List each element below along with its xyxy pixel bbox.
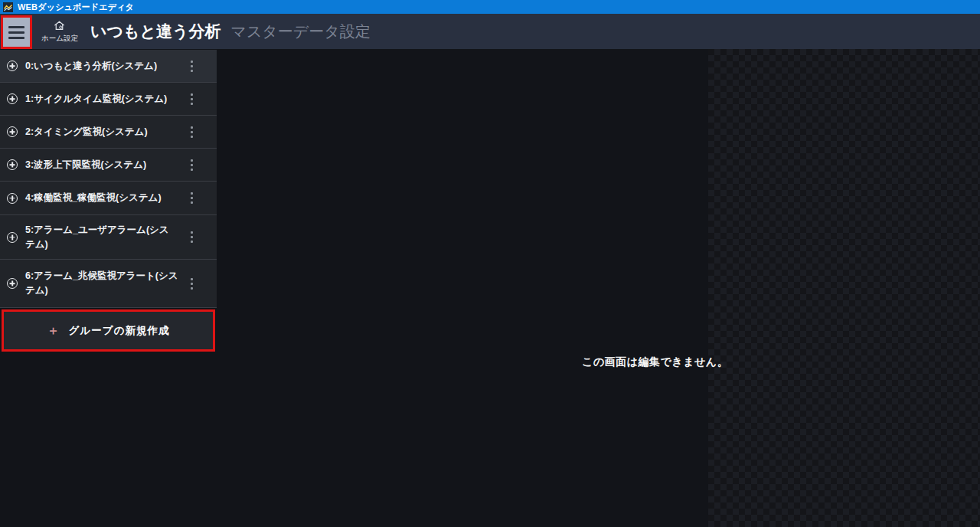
more-menu-icon[interactable] xyxy=(189,123,194,141)
expand-icon[interactable] xyxy=(7,193,18,204)
more-menu-icon[interactable] xyxy=(189,228,194,246)
os-titlebar: WEBダッシュボードエディタ xyxy=(0,0,980,14)
expand-icon[interactable] xyxy=(7,232,18,243)
red-annotation-hamburger xyxy=(1,15,32,49)
group-label: 2:タイミング監視(システム) xyxy=(25,125,178,139)
expand-icon[interactable] xyxy=(7,126,18,137)
page-subtitle: マスターデータ設定 xyxy=(230,21,370,42)
dashboard-canvas: この画面は編集できません。 xyxy=(217,49,980,527)
group-sidebar: 0:いつもと違う分析(システム) 1:サイクルタイム監視(システム) 2:タイミ… xyxy=(0,49,217,527)
checkerboard-background xyxy=(708,49,980,527)
create-group-button[interactable]: ＋ グループの新規作成 xyxy=(2,309,215,352)
content-area: 0:いつもと違う分析(システム) 1:サイクルタイム監視(システム) 2:タイミ… xyxy=(0,49,980,527)
plus-icon: ＋ xyxy=(47,325,60,337)
more-menu-icon[interactable] xyxy=(189,156,194,174)
group-row-6[interactable]: 6:アラーム_兆候監視アラート(システム) xyxy=(0,260,217,308)
readonly-message: この画面は編集できません。 xyxy=(582,355,728,369)
home-settings-label: ホーム設定 xyxy=(41,34,78,44)
group-label: 5:アラーム_ユーザアラーム(システム) xyxy=(25,223,178,252)
group-row-4[interactable]: 4:稼働監視_稼働監視(システム) xyxy=(0,182,217,215)
group-row-2[interactable]: 2:タイミング監視(システム) xyxy=(0,116,217,149)
more-menu-icon[interactable] xyxy=(189,275,194,293)
expand-icon[interactable] xyxy=(7,159,18,170)
dashboard-title: いつもと違う分析 xyxy=(90,21,220,42)
app-header: ホーム設定 いつもと違う分析 マスターデータ設定 xyxy=(0,14,980,49)
window-title: WEBダッシュボードエディタ xyxy=(18,2,134,13)
group-row-3[interactable]: 3:波形上下限監視(システム) xyxy=(0,149,217,182)
more-menu-icon[interactable] xyxy=(189,189,194,207)
house-gear-icon xyxy=(53,19,66,32)
group-row-0[interactable]: 0:いつもと違う分析(システム) xyxy=(0,50,217,83)
group-label: 6:アラーム_兆候監視アラート(システム) xyxy=(25,269,178,298)
hamburger-icon xyxy=(8,26,24,39)
more-menu-icon[interactable] xyxy=(189,90,194,108)
menu-button[interactable] xyxy=(3,18,30,47)
group-row-5[interactable]: 5:アラーム_ユーザアラーム(システム) xyxy=(0,215,217,260)
more-menu-icon[interactable] xyxy=(189,57,194,75)
group-row-1[interactable]: 1:サイクルタイム監視(システム) xyxy=(0,83,217,116)
group-label: 4:稼働監視_稼働監視(システム) xyxy=(25,191,178,205)
group-label: 1:サイクルタイム監視(システム) xyxy=(25,92,178,106)
create-group-label: グループの新規作成 xyxy=(69,324,170,338)
expand-icon[interactable] xyxy=(7,93,18,104)
home-settings-button[interactable]: ホーム設定 xyxy=(41,19,78,44)
group-label: 3:波形上下限監視(システム) xyxy=(25,158,178,172)
expand-icon[interactable] xyxy=(7,278,18,289)
app-icon xyxy=(3,2,13,12)
expand-icon[interactable] xyxy=(7,61,18,71)
group-label: 0:いつもと違う分析(システム) xyxy=(25,59,178,74)
